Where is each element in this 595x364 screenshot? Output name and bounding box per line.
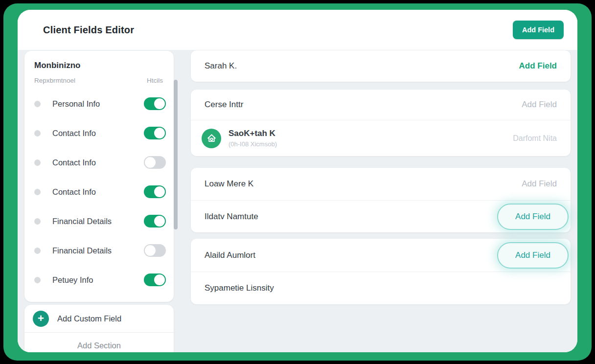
house-icon: [202, 129, 221, 148]
sidebar-item-label: Contact Info: [52, 187, 144, 197]
drag-handle-icon[interactable]: [34, 101, 41, 107]
field-label: Alaild Aumlort: [205, 250, 497, 260]
drag-handle-icon[interactable]: [34, 248, 41, 254]
field-card: Sarah K. Add Field: [191, 50, 571, 82]
sidebar-footer-panel: + Add Custom Field Add Section: [24, 305, 174, 352]
toggle-contact-info-1[interactable]: [144, 127, 166, 139]
field-row: Cerse Inttr Add Field: [191, 90, 571, 120]
field-row: Loaw Mere K Add Field: [191, 168, 571, 200]
sections-col-right: Htcils: [147, 77, 163, 84]
toggle-personal-info[interactable]: [144, 97, 166, 110]
drag-handle-icon[interactable]: [34, 277, 41, 283]
sidebar-item-label: Petuey Info: [52, 275, 144, 285]
add-field-button[interactable]: Add Field: [513, 21, 564, 39]
page-title: Client Fields Editor: [43, 24, 134, 36]
sidebar-item-contact-info[interactable]: Contact Info: [34, 118, 166, 148]
field-label: Cerse Inttr: [205, 100, 522, 110]
field-label: Sypametie Lisnsity: [205, 283, 557, 293]
toggle-financial-details-1[interactable]: [144, 215, 166, 228]
field-row: Ildatv Namtute Add Field: [191, 200, 571, 232]
editor-body: Monbinizno Repxbrmtnoel Htcils Personal …: [18, 50, 577, 352]
toggle-knob: [154, 186, 165, 197]
drag-handle-icon[interactable]: [34, 218, 41, 225]
field-sublabel: (0h-I08 Xicmsob): [229, 140, 513, 148]
field-row: SaoK+tah K (0h-I08 Xicmsob) Darfomt Nita: [191, 120, 571, 156]
sidebar-item-petuey-info[interactable]: Petuey Info: [34, 265, 166, 295]
toggle-petuey-info[interactable]: [144, 273, 166, 286]
toggle-knob: [154, 274, 165, 285]
sidebar-item-label: Personal Info: [52, 99, 144, 109]
toggle-contact-info-3[interactable]: [144, 185, 166, 198]
field-label: Sarah K.: [205, 61, 519, 71]
field-label: Ildatv Namtute: [205, 212, 497, 222]
toggle-knob: [145, 157, 156, 168]
sidebar-item-label: Financial Details: [52, 246, 144, 255]
sidebar-item-label: Financial Details: [52, 217, 144, 226]
sidebar-item-label: Contact Info: [52, 129, 144, 138]
sections-column-headers: Repxbrmtnoel Htcils: [34, 77, 166, 84]
field-value-text: Darfomt Nita: [513, 134, 557, 143]
sidebar-item-contact-info[interactable]: Contact Info: [34, 177, 166, 206]
drag-handle-icon[interactable]: [34, 189, 41, 195]
field-row: Alaild Aumlort Add Field: [191, 239, 571, 272]
add-section-button[interactable]: Add Section: [24, 333, 174, 352]
add-field-pill-button[interactable]: Add Field: [497, 204, 569, 230]
toggle-knob: [145, 245, 156, 256]
sections-panel: Monbinizno Repxbrmtnoel Htcils Personal …: [24, 51, 174, 302]
field-card: Alaild Aumlort Add Field Sypametie Lisns…: [191, 239, 571, 304]
field-row: Sypametie Lisnsity: [191, 272, 571, 304]
sidebar-scrollbar[interactable]: [174, 80, 178, 229]
sections-col-left: Repxbrmtnoel: [34, 77, 75, 84]
field-card: Cerse Inttr Add Field SaoK+tah K: [191, 90, 571, 156]
add-custom-field-button[interactable]: + Add Custom Field: [24, 305, 174, 333]
add-custom-field-label: Add Custom Field: [57, 314, 121, 323]
toggle-knob: [154, 98, 165, 109]
field-label: SaoK+tah K: [229, 129, 513, 138]
toggle-knob: [154, 216, 165, 227]
add-field-link[interactable]: Add Field: [519, 61, 557, 71]
plus-icon: +: [33, 311, 49, 327]
toggle-financial-details-2[interactable]: [144, 244, 166, 257]
fields-column: Sarah K. Add Field Cerse Inttr Add Field: [191, 50, 571, 304]
sidebar-item-financial-details[interactable]: Financial Details: [34, 206, 166, 236]
field-label-group: SaoK+tah K (0h-I08 Xicmsob): [229, 129, 513, 148]
app-background: Client Fields Editor Add Field Monbinizn…: [3, 3, 592, 361]
add-field-link[interactable]: Add Field: [522, 179, 557, 189]
sidebar-item-financial-details[interactable]: Financial Details: [34, 236, 166, 265]
sidebar-item-label: Contact Info: [52, 158, 144, 167]
sidebar-item-personal-info[interactable]: Personal Info: [34, 89, 166, 118]
field-label: Loaw Mere K: [205, 179, 522, 189]
toggle-contact-info-2[interactable]: [144, 156, 166, 169]
add-field-pill-button[interactable]: Add Field: [497, 242, 569, 269]
toggle-knob: [154, 128, 165, 138]
sidebar-item-contact-info[interactable]: Contact Info: [34, 148, 166, 177]
drag-handle-icon[interactable]: [34, 130, 41, 136]
window-header: Client Fields Editor Add Field: [18, 10, 577, 50]
drag-handle-icon[interactable]: [34, 159, 41, 166]
field-row: Sarah K. Add Field: [191, 50, 571, 82]
field-card: Loaw Mere K Add Field Ildatv Namtute Add…: [191, 168, 571, 232]
add-field-link[interactable]: Add Field: [522, 100, 557, 110]
client-fields-editor-window: Client Fields Editor Add Field Monbinizn…: [18, 10, 577, 352]
sections-panel-title: Monbinizno: [34, 61, 166, 70]
sections-list: Personal Info Contact Info Contact Info: [34, 89, 166, 295]
